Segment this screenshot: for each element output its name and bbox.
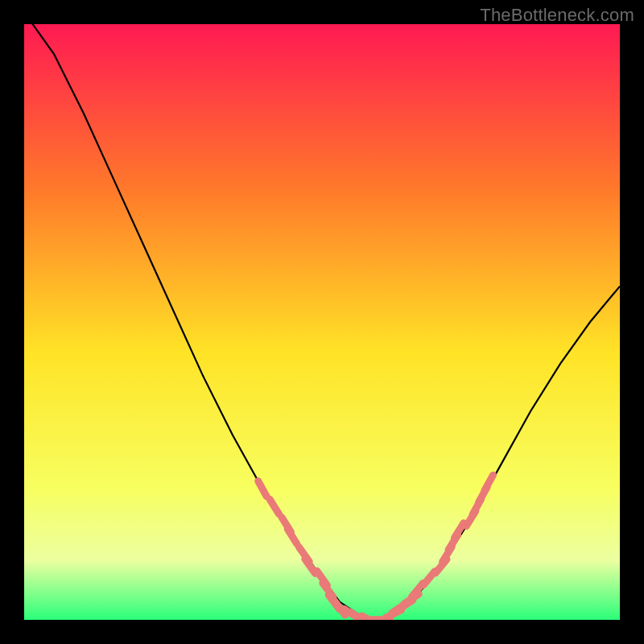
watermark-text: TheBottleneck.com bbox=[480, 5, 634, 26]
plot-area bbox=[24, 24, 620, 620]
gradient-bg bbox=[24, 24, 620, 620]
chart-svg bbox=[24, 24, 620, 620]
chart-frame: TheBottleneck.com bbox=[0, 0, 644, 644]
